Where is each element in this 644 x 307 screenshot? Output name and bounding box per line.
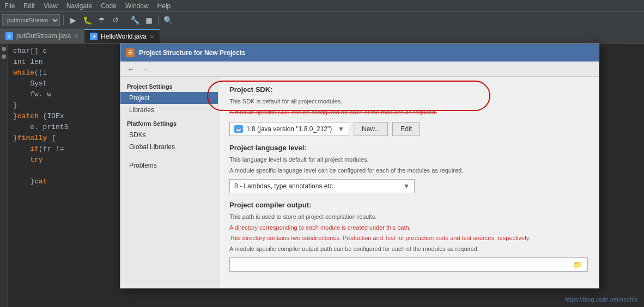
dialog-nav-bar: ← → (120, 62, 599, 77)
sidebar-item-problems[interactable]: Problems (120, 159, 218, 171)
gutter-marker (2, 54, 6, 59)
sidebar-libraries-label: Libraries (129, 106, 154, 114)
menu-window[interactable]: Window (125, 2, 149, 10)
dialog-title-bar: ☰ Project Structure for New Projects (120, 44, 599, 62)
compiler-desc3: This directory contains two subdirectori… (229, 234, 588, 243)
compiler-section: Project compiler output: This path is us… (229, 201, 588, 272)
tab-putoutstream-label: putOutStream.java (16, 32, 71, 40)
tab-putoutstream-close[interactable]: ✕ (74, 33, 78, 39)
compiler-title: Project compiler output: (229, 201, 588, 209)
lang-desc2: A module specific language level can be … (229, 166, 588, 175)
compiler-desc4: A module specific compiler output path c… (229, 244, 588, 254)
search-button[interactable]: 🔍 (162, 14, 174, 26)
gutter-marker (2, 47, 6, 51)
java-file-icon2: J (90, 33, 98, 40)
sdk-value: 1.8 (java version "1.8.0_212") (246, 125, 332, 133)
sdk-desc2: A module specific SDK can be configured … (229, 108, 588, 117)
dialog-content: Project SDK: This SDK is default for all… (218, 77, 599, 288)
toolbar-separator2 (125, 15, 125, 25)
sdk-dropdown[interactable]: ☕ 1.8 (java version "1.8.0_212") ▼ (229, 122, 349, 136)
sidebar-global-libraries-label: Global Libraries (129, 143, 175, 151)
run-button[interactable]: ▶ (67, 14, 79, 26)
sdk-section: Project SDK: This SDK is default for all… (229, 85, 588, 136)
reload-button[interactable]: ↺ (110, 14, 121, 26)
sidebar-item-global-libraries[interactable]: Global Libraries (120, 141, 218, 153)
toolbar: putInputStream ▶ 🐛 ☂ ↺ 🔧 ▦ 🔍 (0, 12, 644, 28)
menu-navigate[interactable]: Navigate (66, 2, 92, 10)
dialog-title: Project Structure for New Projects (139, 49, 245, 57)
lang-dropdown-arrow: ▼ (403, 182, 410, 190)
menu-code[interactable]: Code (101, 2, 117, 10)
tab-putoutstream[interactable]: J putOutStream.java ✕ (0, 29, 84, 43)
edit-sdk-button[interactable]: Edit (392, 122, 420, 136)
compiler-output-input[interactable]: 📁 (229, 257, 588, 272)
forward-button[interactable]: → (139, 64, 151, 75)
toolbar-separator (63, 15, 64, 25)
menu-edit[interactable]: Edit (23, 2, 35, 10)
menu-view[interactable]: View (44, 2, 58, 10)
sdk-dropdown-icon: ☕ (234, 125, 243, 133)
lang-desc1: This language level is default for all p… (229, 155, 588, 164)
menu-help[interactable]: Help (157, 2, 171, 10)
compiler-desc2: A directory corresponding to each module… (229, 223, 588, 232)
sidebar-item-libraries[interactable]: Libraries (120, 104, 218, 116)
tab-helloworld-label: HelloWorld.java (101, 33, 147, 40)
menu-file[interactable]: File (4, 2, 15, 10)
lang-value: 8 - Lambdas, type annotations etc. (234, 182, 335, 190)
compiler-desc1: This path is used to store all project c… (229, 212, 588, 222)
sdk-title: Project SDK: (229, 85, 588, 94)
dialog-title-icon: ☰ (126, 48, 135, 57)
project-settings-label: Project Settings (120, 81, 218, 92)
sdk-desc1: This SDK is default for all project modu… (229, 97, 588, 106)
ide-background: File Edit View Navigate Code Window Help… (0, 0, 644, 307)
lang-section: Project language level: This language le… (229, 144, 588, 193)
debug-button[interactable]: 🐛 (81, 14, 93, 26)
tab-helloworld[interactable]: J HelloWorld.java ✕ (84, 29, 160, 43)
run-config-dropdown[interactable]: putInputStream (2, 14, 60, 26)
coverage-button[interactable]: ☂ (95, 14, 107, 26)
sidebar-sdks-label: SDKs (129, 131, 146, 139)
lang-level-dropdown[interactable]: 8 - Lambdas, type annotations etc. ▼ (229, 179, 415, 193)
layout-button[interactable]: ▦ (143, 14, 155, 26)
tab-helloworld-close[interactable]: ✕ (150, 34, 154, 40)
new-sdk-button[interactable]: New... (354, 122, 388, 136)
sidebar-item-sdks[interactable]: SDKs (120, 129, 218, 141)
tab-bar: J putOutStream.java ✕ J HelloWorld.java … (0, 28, 644, 44)
sidebar-item-project[interactable]: Project (120, 92, 218, 104)
editor-gutter (0, 44, 8, 307)
sdk-row: ☕ 1.8 (java version "1.8.0_212") ▼ New..… (229, 122, 588, 136)
sidebar-problems-label: Problems (129, 162, 157, 169)
toolbar-separator3 (158, 15, 159, 25)
dialog-sidebar: Project Settings Project Libraries Platf… (120, 77, 218, 288)
dialog-body: Project Settings Project Libraries Platf… (120, 77, 599, 288)
browse-folder-button[interactable]: 📁 (572, 259, 583, 270)
back-button[interactable]: ← (125, 64, 137, 75)
settings-button[interactable]: 🔧 (129, 14, 141, 26)
java-file-icon: J (5, 32, 13, 40)
menu-bar: File Edit View Navigate Code Window Help (0, 0, 644, 12)
project-structure-dialog: ☰ Project Structure for New Projects ← →… (120, 44, 599, 288)
platform-settings-label: Platform Settings (120, 116, 218, 129)
sidebar-project-label: Project (129, 94, 149, 102)
lang-title: Project language level: (229, 144, 588, 152)
sdk-dropdown-arrow: ▼ (338, 125, 344, 133)
